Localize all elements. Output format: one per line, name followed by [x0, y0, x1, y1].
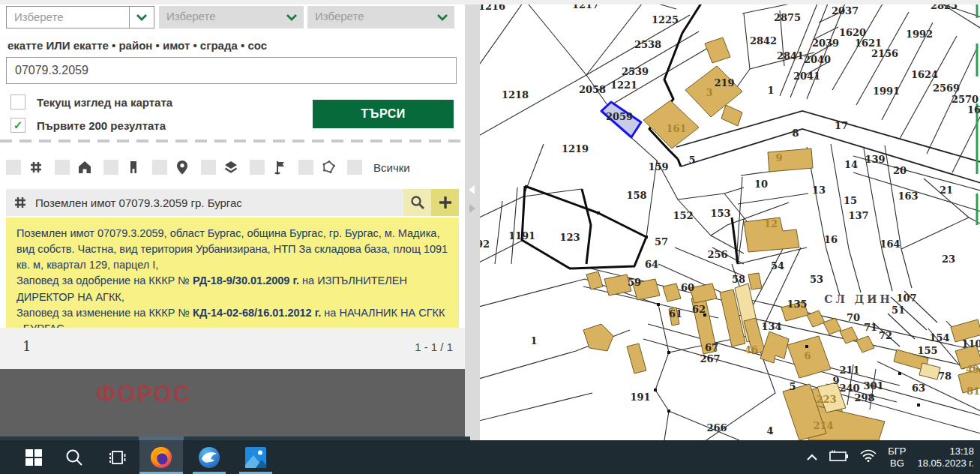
home-icon [76, 159, 93, 176]
filter-checkbox-building[interactable] [103, 160, 118, 175]
parcel-number-label: 1191 [508, 230, 535, 242]
filter-checkbox-home[interactable] [55, 160, 70, 175]
parcel-number-label: 163 [898, 190, 918, 202]
parcel-boundary [480, 75, 586, 137]
dropdown-zone[interactable]: Изберете [307, 6, 454, 28]
parcel-number-label: 58 [732, 274, 745, 285]
parcel-number-label: 51 [892, 304, 905, 316]
page-top-strip [0, 0, 980, 4]
parcel-number-label: 135 [787, 298, 807, 310]
dropdown-district[interactable]: Изберете [159, 6, 304, 28]
parcel-number-label: 161 [666, 123, 686, 134]
first-200-checkbox[interactable]: ✓ [10, 118, 25, 133]
task-view-button[interactable] [100, 440, 135, 474]
parcel-grid-icon [13, 195, 28, 210]
search-panel: Изберете Изберете Изберете екатте ИЛИ ек… [0, 0, 465, 440]
parcel-number-label: 62 [692, 304, 706, 315]
expand-right-icon[interactable] [469, 204, 475, 213]
system-tray: БГР BG 13:18 18.05.2023 г. [806, 440, 974, 474]
parcel-number-label: 155 [917, 345, 937, 356]
add-result-button[interactable] [431, 189, 459, 216]
dropdown-district-value: Изберете [159, 6, 280, 28]
filter-checkbox-grid[interactable] [6, 160, 21, 175]
parcel-number-label: 1 [530, 335, 537, 346]
parcel-number-label: 152 [673, 210, 693, 221]
dropdown-zone-value: Изберете [307, 6, 430, 28]
parcel-number-label: 1620 [839, 27, 866, 38]
taskbar-search-button[interactable] [57, 440, 91, 474]
parcel-number-label: 1992 [906, 28, 933, 40]
parcel-number-label: 298 [854, 392, 874, 404]
parcel-number-label: 301 [863, 380, 883, 392]
building-footprint [919, 363, 940, 380]
parcel-number-label: 1624 [911, 69, 938, 80]
filter-checkbox-polygon[interactable] [298, 160, 313, 175]
filter-checkbox-pin[interactable] [152, 160, 167, 175]
parcel-number-label: 49 [966, 364, 979, 375]
parcel-boundary [480, 393, 592, 422]
dropdown-settlement[interactable]: Изберете [6, 6, 154, 28]
current-view-checkbox[interactable] [10, 94, 25, 110]
parcel-number-label: 57 [655, 236, 668, 248]
firefox-taskbar-button[interactable] [139, 440, 183, 474]
cadastral-map-svg[interactable]: 1216121712252538253912212058121820593161… [480, 0, 980, 440]
date: 18.05.2023 г. [918, 458, 974, 470]
parcel-number-label: 214 [813, 420, 833, 431]
grid-icon [28, 159, 44, 176]
parcel-number-label: 5 [789, 381, 796, 392]
search-button[interactable]: ТЪРСИ [313, 100, 454, 128]
parcel-number-label: 107 [896, 292, 916, 304]
building-footprint [760, 332, 789, 363]
result-range: 1 - 1 / 1 [415, 340, 453, 353]
parcel-boundary [901, 218, 969, 249]
language-top: БГР [888, 446, 906, 458]
survey-point [898, 372, 901, 375]
hidden-icons-chevron[interactable] [806, 451, 818, 464]
collapse-left-icon[interactable] [469, 185, 475, 194]
parcel-boundary [480, 144, 544, 219]
wifi-icon[interactable] [860, 449, 877, 465]
start-button[interactable] [16, 440, 51, 474]
parcel-number-label: 72 [879, 330, 892, 341]
parcel-number-label: 211 [839, 364, 859, 376]
filter-checkbox-layers[interactable] [201, 160, 216, 175]
panel-collapse-strip[interactable] [465, 0, 480, 440]
survey-point [657, 303, 660, 306]
page-number[interactable]: 1 [22, 338, 31, 354]
parcel-number-label: 134 [761, 321, 781, 332]
parcel-boundary [738, 194, 808, 204]
parcel-number-label: 61 [669, 308, 682, 320]
filter-checkbox-all[interactable] [347, 160, 362, 175]
clock[interactable]: 13:18 18.05.2023 г. [918, 446, 974, 470]
parcel-number-label: 9 [775, 152, 782, 164]
parcel-number-label: 8 [792, 128, 799, 139]
parcel-number-label: 223 [816, 394, 836, 405]
parcel-boundary [655, 304, 669, 440]
street-name-label: СЛ ДИН [824, 293, 892, 305]
parcel-number-label: 2039 [812, 38, 839, 49]
parcel-number-label: 267 [700, 353, 720, 364]
building-footprint [748, 273, 762, 290]
parcel-number-label: 2842 [750, 35, 777, 46]
ekatte-search-input[interactable] [6, 57, 457, 84]
building-footprint [586, 272, 603, 290]
pin-icon [174, 159, 190, 176]
ekatte-label: екатте ИЛИ екатте • район • имот • сград… [7, 39, 267, 52]
parcel-number-label: 1621 [855, 38, 882, 49]
parcel-number-label: 2875 [774, 12, 801, 23]
filter-checkbox-flag[interactable] [250, 160, 265, 175]
survey-point [654, 388, 657, 392]
parcel-number-label: 67 [705, 342, 718, 353]
photos-taskbar-button[interactable] [234, 440, 277, 474]
zoom-to-result-button[interactable] [403, 189, 431, 216]
cadastral-map[interactable]: 1216121712252538253912212058121820593161… [480, 0, 980, 440]
building-footprint [721, 105, 742, 126]
parcel-number-label: 2040 [804, 54, 831, 65]
filter-all-label: Всички [373, 161, 410, 174]
search-result-row[interactable]: Поземлен имот 07079.3.2059 гр. Бургас [6, 189, 459, 216]
language-indicator[interactable]: БГР BG [888, 446, 906, 470]
thunderbird-taskbar-button[interactable] [187, 440, 231, 474]
parcel-number-label: 81 [967, 386, 980, 397]
parcel-number-label: 2041 [793, 70, 820, 82]
battery-icon[interactable] [829, 450, 849, 465]
